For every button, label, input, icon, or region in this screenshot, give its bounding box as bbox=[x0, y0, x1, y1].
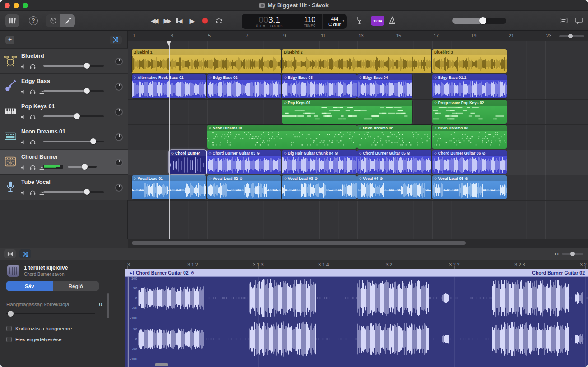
quick-help-button[interactable]: ? bbox=[29, 16, 38, 25]
track-header[interactable]: Chord Burner bbox=[0, 150, 128, 175]
region[interactable]: ◇Chord Burner bbox=[169, 150, 206, 174]
metronome-button[interactable] bbox=[388, 16, 396, 26]
track-volume-slider[interactable] bbox=[43, 141, 104, 142]
mute-button[interactable] bbox=[21, 138, 27, 147]
solo-button[interactable] bbox=[30, 164, 36, 172]
auto-scroll-button[interactable] bbox=[110, 36, 122, 44]
master-volume-knob[interactable] bbox=[479, 17, 486, 24]
solo-button[interactable] bbox=[30, 189, 36, 197]
zoom-slider-knob[interactable] bbox=[568, 34, 573, 38]
rewind-button[interactable]: ◀◀ bbox=[151, 17, 157, 24]
pan-knob[interactable] bbox=[115, 184, 123, 192]
solo-button[interactable] bbox=[30, 63, 36, 71]
lcd-display[interactable]: 003.1 ÜTEMTAKTUS 110 TEMPÓ 4/4 C dúr ▾ bbox=[242, 14, 347, 29]
tuner-button[interactable] bbox=[356, 16, 363, 27]
editor-zoom-knob[interactable] bbox=[570, 252, 575, 256]
editor-catch-button[interactable] bbox=[19, 249, 31, 258]
track-header[interactable]: Tube Vocal bbox=[0, 175, 128, 200]
solo-button[interactable] bbox=[30, 88, 36, 96]
mute-button[interactable] bbox=[21, 63, 27, 71]
region[interactable]: ◇Big Hair Guitar Chunk 04⊙ bbox=[282, 150, 357, 174]
region[interactable]: ◇Vocal Lead 03⊙ bbox=[282, 175, 357, 199]
region[interactable]: ◇Vocal Lead 02⊙ bbox=[207, 175, 282, 199]
count-in-button[interactable]: 1234 bbox=[371, 16, 384, 26]
timeline-ruler[interactable]: 1357911131517192123 bbox=[128, 31, 588, 41]
region[interactable]: ◇Progressive Pop Keys 02 bbox=[432, 100, 507, 124]
region[interactable]: ◇Vocal Lead 05⊙ bbox=[432, 175, 507, 199]
smart-controls-button[interactable] bbox=[46, 14, 60, 27]
limit-to-key-checkbox[interactable]: Korlátozás a hangnemre bbox=[6, 326, 72, 331]
editor-waveform-display[interactable]: 100500-50-100500-50-100 bbox=[125, 277, 588, 367]
region[interactable]: ◇Edgy Bass 02 bbox=[207, 74, 282, 98]
checkbox-icon[interactable] bbox=[6, 326, 12, 331]
inspector-scrollbar[interactable] bbox=[107, 293, 109, 318]
mute-button[interactable] bbox=[21, 164, 27, 172]
chevron-down-icon[interactable]: ▾ bbox=[342, 18, 344, 23]
volume-knob[interactable] bbox=[74, 113, 80, 119]
pan-knob[interactable] bbox=[115, 83, 123, 91]
horizontal-scrollbar[interactable] bbox=[132, 241, 466, 245]
add-track-button[interactable]: + bbox=[5, 36, 14, 44]
play-button[interactable]: ▶ bbox=[190, 17, 195, 25]
track-header[interactable]: Neon Dreams 01 bbox=[0, 124, 128, 150]
region[interactable]: ◇Pop Keys 01 bbox=[282, 100, 412, 124]
track-header[interactable]: Bluebird bbox=[0, 49, 128, 74]
input-monitor-button[interactable] bbox=[39, 88, 45, 96]
pan-knob[interactable] bbox=[115, 133, 123, 141]
region[interactable]: ◇Chord Burner Guitar 03⊙ bbox=[207, 150, 282, 174]
mute-button[interactable] bbox=[21, 113, 27, 121]
display-mode-button[interactable] bbox=[560, 17, 568, 26]
fast-forward-button[interactable]: ▶▶ bbox=[164, 17, 170, 24]
editor-zoom-slider[interactable] bbox=[562, 253, 583, 255]
playhead-marker[interactable] bbox=[167, 41, 171, 46]
track-volume-slider[interactable] bbox=[68, 166, 97, 168]
enable-flex-checkbox[interactable]: Flex engedélyezése bbox=[6, 337, 61, 342]
record-button[interactable] bbox=[202, 18, 208, 24]
region[interactable]: Bluebird 2 bbox=[282, 49, 431, 73]
volume-knob[interactable] bbox=[84, 63, 90, 69]
pan-knob[interactable] bbox=[115, 159, 123, 166]
track-volume-slider[interactable] bbox=[43, 65, 104, 67]
region[interactable]: Bluebird 1 bbox=[132, 49, 281, 73]
pan-knob[interactable] bbox=[115, 108, 123, 116]
zoom-slider[interactable] bbox=[559, 35, 584, 37]
region[interactable]: ◇Edgy Bass 03 bbox=[282, 74, 357, 98]
editor-mode-button[interactable] bbox=[4, 249, 16, 258]
quick-help-bubble-button[interactable] bbox=[575, 17, 583, 26]
pitch-correction-slider[interactable] bbox=[6, 313, 95, 314]
region[interactable]: ◇Neon Dreams 01 bbox=[207, 125, 357, 149]
tab-region[interactable]: Régió bbox=[53, 281, 99, 291]
volume-knob[interactable] bbox=[84, 88, 90, 94]
solo-button[interactable] bbox=[30, 138, 36, 147]
volume-knob[interactable] bbox=[84, 189, 90, 195]
go-to-beginning-button[interactable]: ◀ bbox=[176, 18, 183, 24]
solo-button[interactable] bbox=[30, 113, 36, 121]
region[interactable]: Bluebird 3 bbox=[432, 49, 507, 73]
master-volume-slider[interactable] bbox=[452, 18, 506, 24]
checkbox-icon[interactable] bbox=[6, 337, 12, 342]
tab-track[interactable]: Sáv bbox=[6, 281, 53, 291]
region[interactable]: ◇Vocal 04⊙ bbox=[357, 175, 432, 199]
region[interactable]: ◇Edgy Bass 04 bbox=[357, 74, 413, 98]
editor-ruler[interactable]: 33.1.23.1.33.1.43.23.2.23.2.33.2.4 bbox=[125, 260, 588, 269]
editor-region-header[interactable]: ▶ Chord Burner Guitar 02 ⊙ Chord Burner … bbox=[125, 269, 588, 277]
pitch-slider-knob[interactable] bbox=[8, 311, 14, 317]
tracks-lane-area[interactable]: Bluebird 1Bluebird 2Bluebird 3◇Alternati… bbox=[128, 41, 588, 239]
track-volume-slider[interactable] bbox=[43, 115, 104, 117]
region[interactable]: ◇Chord Burner Guitar 05⊙ bbox=[357, 150, 432, 174]
region[interactable]: ◇Chord Burner Guitar 06⊙ bbox=[432, 150, 507, 174]
volume-knob[interactable] bbox=[90, 138, 96, 144]
volume-knob[interactable] bbox=[82, 164, 88, 170]
library-button[interactable] bbox=[5, 14, 19, 27]
region[interactable]: ◇Edgy Bass 01.1 bbox=[432, 74, 507, 98]
region[interactable]: ◇Neon Dreams 03 bbox=[432, 125, 507, 149]
track-volume-slider[interactable] bbox=[43, 191, 104, 193]
track-volume-slider[interactable] bbox=[43, 90, 104, 92]
cycle-button[interactable] bbox=[215, 18, 223, 24]
track-header[interactable]: Edgy Bass bbox=[0, 74, 128, 99]
mute-button[interactable] bbox=[21, 88, 27, 96]
region-play-icon[interactable]: ▶ bbox=[129, 271, 134, 275]
pan-knob[interactable] bbox=[115, 58, 123, 65]
mute-button[interactable] bbox=[21, 189, 27, 197]
region[interactable]: ◇Neon Dreams 02 bbox=[357, 125, 432, 149]
